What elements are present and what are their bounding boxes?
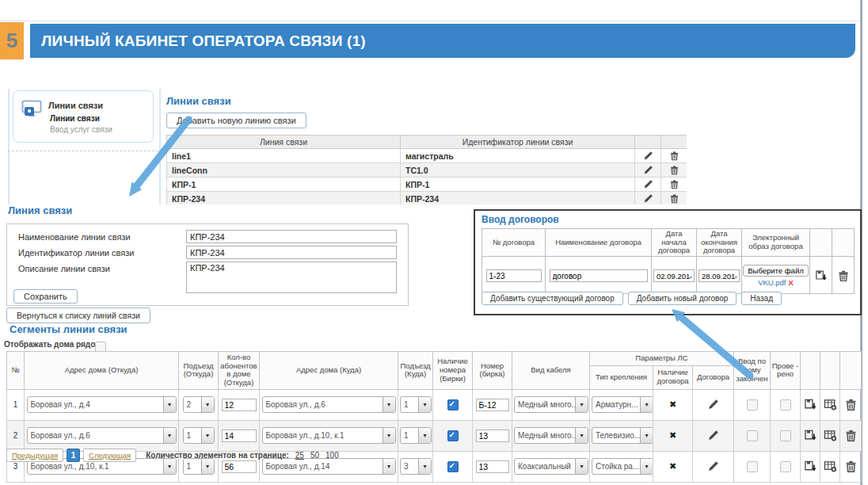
contract-end-input[interactable] [699, 269, 740, 282]
edit-icon[interactable] [643, 193, 653, 204]
col-save [801, 352, 820, 390]
sidebar-item-lines[interactable]: Линии связи [50, 114, 100, 123]
has-tag-checkbox[interactable] [447, 461, 459, 472]
cable-type-select[interactable]: Медный много... [514, 427, 588, 444]
address-to-select[interactable]: Боровая ул., д.10, к.1 [262, 427, 396, 444]
choose-file-button[interactable]: Выберите файл [743, 265, 809, 277]
tag-input[interactable] [476, 430, 509, 442]
contract-start-input[interactable] [653, 269, 695, 282]
contract-name-input[interactable] [550, 269, 648, 282]
delete-icon[interactable] [669, 179, 680, 189]
per-page-option-50[interactable]: 50 [310, 451, 319, 460]
cable-type-select[interactable]: Коаксиальный [514, 458, 588, 475]
delete-icon[interactable] [669, 193, 680, 204]
line-identifier-input[interactable] [186, 246, 397, 259]
delete-icon[interactable] [669, 165, 680, 175]
entrance-from-select[interactable]: 1 [183, 427, 215, 444]
address-to-select[interactable]: Боровая ул., д.6 [262, 396, 396, 413]
contracts-panel: Ввод договоров № договора Наименование д… [474, 209, 862, 315]
chevron-down-icon [418, 428, 431, 443]
col-tag: Номер (бирка) [473, 352, 512, 390]
verified-checkbox[interactable] [780, 430, 791, 441]
chevron-down-icon [201, 428, 214, 443]
save-contract-icon[interactable] [815, 269, 828, 282]
delete-row-icon[interactable] [844, 398, 858, 411]
house-done-checkbox[interactable] [747, 461, 758, 472]
add-row-icon[interactable] [824, 398, 837, 411]
prev-page-button[interactable]: Предыдущая [6, 449, 63, 462]
has-tag-checkbox[interactable] [447, 399, 459, 411]
line-description-textarea[interactable]: КПР-234 [186, 262, 397, 293]
save-row-icon[interactable] [804, 460, 817, 473]
verified-checkbox[interactable] [780, 399, 791, 411]
house-done-checkbox[interactable] [747, 430, 758, 441]
contract-number-input[interactable] [486, 269, 542, 282]
add-row-icon[interactable] [824, 460, 837, 473]
col-mount: Тип крепления [590, 365, 653, 389]
add-existing-contract-button[interactable]: Добавить существующий договор [482, 292, 623, 305]
delete-row-icon[interactable] [844, 429, 858, 442]
tag-input[interactable] [476, 460, 509, 473]
arrow-head [129, 181, 142, 197]
edit-icon[interactable] [643, 179, 653, 189]
no-contract-icon[interactable] [669, 431, 676, 440]
no-contract-icon[interactable] [669, 462, 676, 471]
segments-header-row1: № Адрес дома (Откуда) Подъезд (Откуда) К… [7, 352, 862, 366]
edit-contracts-icon[interactable] [707, 399, 719, 411]
col-contracts: Договора [693, 365, 734, 389]
line-row: КПР-1 КПР-1 [167, 178, 687, 192]
add-line-button[interactable]: Добавить новую линию связи [166, 113, 306, 128]
col-done: Ввод по дому закончен [734, 352, 771, 390]
add-row-icon[interactable] [824, 429, 837, 442]
per-page-option-25[interactable]: 25 [295, 451, 304, 460]
delete-row-icon[interactable] [844, 460, 858, 473]
chevron-down-icon [163, 428, 176, 443]
address-from-select[interactable]: Боровая ул., д.6 [27, 427, 177, 444]
save-row-icon[interactable] [804, 398, 817, 411]
mount-type-select[interactable]: Стойка ра... [592, 458, 653, 475]
edit-contracts-icon[interactable] [707, 430, 719, 441]
mount-type-select[interactable]: Телевизио... [592, 427, 653, 444]
col-address-from: Адрес дома (Откуда) [25, 352, 179, 390]
subscribers-input[interactable] [222, 430, 257, 442]
subscribers-input[interactable] [222, 399, 257, 411]
entrance-to-select[interactable]: 1 [400, 396, 432, 413]
has-tag-checkbox[interactable] [447, 430, 459, 441]
layout-divider-left [8, 89, 10, 204]
edit-icon[interactable] [643, 151, 653, 161]
no-contract-icon[interactable] [669, 400, 676, 409]
page-title: ЛИЧНЫЙ КАБИНЕТ ОПЕРАТОРА СВЯЗИ (1) [30, 24, 855, 58]
col-entrance-from: Подъезд (Откуда) [179, 352, 219, 390]
edit-icon[interactable] [643, 165, 653, 175]
contract-file-link[interactable]: VKU.pdf [758, 278, 786, 287]
house-done-checkbox[interactable] [747, 399, 758, 411]
verified-checkbox[interactable] [780, 461, 791, 472]
sidebar-group-label: Линии связи [48, 101, 103, 110]
remove-file-link[interactable]: X [789, 278, 794, 287]
col-contract-end: Дата окончания договора [697, 229, 742, 257]
add-new-contract-button[interactable]: Добавить новый договор [628, 292, 737, 305]
save-button[interactable]: Сохранить [13, 289, 78, 304]
back-to-list-button[interactable]: Вернуться к списку линий связи [6, 307, 150, 323]
address-from-select[interactable]: Боровая ул., д.4 [27, 396, 177, 413]
next-page-button[interactable]: Следующая [83, 449, 136, 462]
mount-type-select[interactable]: Арматурн... [592, 396, 653, 413]
delete-contract-icon[interactable] [837, 269, 850, 282]
save-row-icon[interactable] [804, 429, 817, 442]
cable-type-select[interactable]: Медный много... [514, 396, 588, 413]
delete-icon[interactable] [669, 151, 680, 161]
edit-contracts-icon[interactable] [707, 460, 719, 472]
chevron-down-icon [640, 397, 653, 412]
layout-divider-mid [159, 89, 161, 204]
current-page[interactable]: 1 [67, 449, 80, 462]
per-page-option-100[interactable]: 100 [326, 451, 339, 460]
tag-input[interactable] [476, 399, 509, 411]
segments-title: Сегменты линии связи [10, 323, 128, 335]
line-name-input[interactable] [186, 230, 397, 243]
sidebar-item-services[interactable]: Ввод услуг связи [50, 125, 112, 134]
entrance-from-select[interactable]: 2 [183, 396, 215, 413]
entrance-to-select[interactable]: 1 [400, 427, 432, 444]
entrance-to-select[interactable]: 3 [400, 458, 432, 475]
back-button[interactable]: Назад [741, 292, 782, 305]
col-entrance-to: Подъезд (Куда) [398, 352, 433, 390]
